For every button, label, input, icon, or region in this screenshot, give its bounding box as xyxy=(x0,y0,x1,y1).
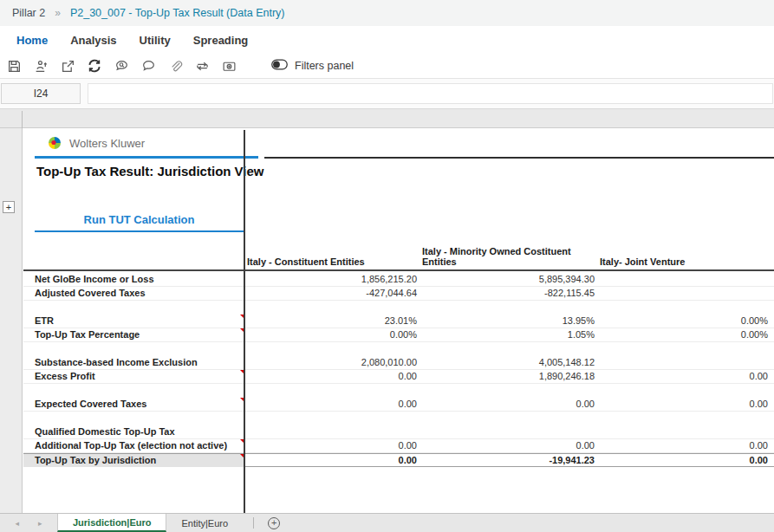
row-label-cell[interactable]: ETR xyxy=(23,315,245,328)
value-cell[interactable]: -427,044.64 xyxy=(245,287,420,300)
value-cell[interactable]: 0.00 xyxy=(420,398,598,411)
refresh-button[interactable] xyxy=(84,56,105,75)
value-cell[interactable] xyxy=(245,384,420,398)
export-button[interactable] xyxy=(57,56,78,75)
sheet-tab-jurisdiction-euro[interactable]: Jurisdiction|Euro xyxy=(57,514,166,532)
comment-search-button[interactable] xyxy=(111,56,132,75)
filters-panel-toggle[interactable]: Filters panel xyxy=(271,59,354,73)
row-label-cell[interactable] xyxy=(23,301,245,315)
column-header[interactable]: Italy - Constituent Entities xyxy=(245,256,420,269)
value-cell[interactable] xyxy=(420,384,598,398)
row-label-cell[interactable]: Adjusted Covered Taxes xyxy=(23,287,245,300)
comment-search-icon xyxy=(114,59,129,74)
row-label-cell[interactable] xyxy=(23,384,245,398)
value-cell[interactable]: 0.00 xyxy=(420,439,598,452)
value-cell[interactable] xyxy=(598,273,774,286)
value-cell[interactable] xyxy=(420,342,598,356)
value-cell[interactable]: 23.01% xyxy=(245,315,420,328)
value-cell[interactable] xyxy=(245,342,420,356)
value-cell[interactable]: 0.00 xyxy=(245,398,420,411)
attachment-button[interactable] xyxy=(165,56,185,75)
value-cell[interactable] xyxy=(598,301,774,315)
sheet-tab-entity-euro[interactable]: Entity|Euro xyxy=(166,514,243,532)
value-cell[interactable]: 0.00 xyxy=(245,454,420,467)
value-cell[interactable] xyxy=(598,342,774,356)
column-header[interactable]: Italy - Minority Owned Costituent Entiti… xyxy=(420,246,592,269)
row-label-cell[interactable]: Expected Covered Taxes xyxy=(23,398,245,411)
camera-button[interactable] xyxy=(218,56,239,75)
row-label-cell[interactable]: Top-Up Tax by Jurisdiction xyxy=(23,454,245,467)
table-row: Top-Up Tax Percentage0.00%1.05%0.00% xyxy=(23,328,774,342)
ribbon-tab-home[interactable]: Home xyxy=(5,34,59,47)
table-body: Net GloBe Income or Loss1,856,215.205,89… xyxy=(23,273,774,467)
camera-icon xyxy=(222,59,237,74)
spreadsheet-area: Wolters Kluwer Top-Up Tax Result: Jurisd… xyxy=(23,128,774,513)
loop-arrows-button[interactable] xyxy=(192,56,212,75)
comment-button[interactable] xyxy=(138,56,159,75)
prev-sheet-icon[interactable]: ◂ xyxy=(15,519,19,528)
value-cell[interactable]: -19,941.23 xyxy=(420,454,598,467)
table-row xyxy=(23,342,774,356)
row-label-cell[interactable] xyxy=(23,412,245,425)
table-row xyxy=(23,384,774,398)
wolters-kluwer-logo-icon xyxy=(48,136,62,150)
value-cell[interactable] xyxy=(420,301,598,315)
value-cell[interactable]: 5,895,394.30 xyxy=(420,273,598,286)
value-cell[interactable] xyxy=(598,384,774,398)
value-cell[interactable]: -822,115.45 xyxy=(420,287,598,300)
table-header-row: Italy - Constituent Entities Italy - Min… xyxy=(23,244,774,271)
publish-icon xyxy=(34,59,49,74)
ribbon-tab-utility[interactable]: Utility xyxy=(128,34,182,47)
row-label-cell[interactable]: Top-Up Tax Percentage xyxy=(23,328,245,341)
next-sheet-icon[interactable]: ▸ xyxy=(38,519,42,528)
value-cell[interactable]: 0.00 xyxy=(245,439,420,452)
value-cell[interactable] xyxy=(245,301,420,315)
value-cell[interactable]: 1,856,215.20 xyxy=(245,273,420,286)
freeze-pane-divider[interactable] xyxy=(244,130,245,513)
value-cell[interactable]: 1,890,246.18 xyxy=(420,370,598,383)
value-cell[interactable] xyxy=(598,425,774,438)
column-header[interactable]: Italy- Joint Venture xyxy=(598,256,774,269)
ribbon-tab-spreading[interactable]: Spreading xyxy=(182,34,260,47)
value-cell[interactable]: 13.95% xyxy=(420,315,598,328)
table-row: Qualified Domestic Top-Up Tax xyxy=(23,425,774,439)
filters-panel-label: Filters panel xyxy=(295,60,354,72)
formula-input[interactable] xyxy=(88,83,773,104)
cell-reference-box[interactable]: I24 xyxy=(1,83,81,104)
value-cell[interactable]: 0.00 xyxy=(245,370,420,383)
value-cell[interactable]: 0.00 xyxy=(598,398,774,411)
corner-cell[interactable] xyxy=(23,267,245,269)
value-cell[interactable]: 0.00% xyxy=(245,328,420,341)
row-label-cell[interactable]: Qualified Domestic Top-Up Tax xyxy=(23,425,245,438)
value-cell[interactable] xyxy=(598,412,774,425)
row-label-cell[interactable]: Substance-based Income Exclusion xyxy=(23,356,245,369)
breadcrumb-current-page[interactable]: P2_30_007 - Top-Up Tax Result (Data Entr… xyxy=(70,7,285,19)
value-cell[interactable] xyxy=(598,356,774,369)
add-sheet-button[interactable]: + xyxy=(268,517,280,529)
breadcrumb-root[interactable]: Pillar 2 xyxy=(12,7,45,19)
row-label-cell[interactable]: Net GloBe Income or Loss xyxy=(23,273,245,286)
ribbon-tab-analysis[interactable]: Analysis xyxy=(59,34,127,47)
value-cell[interactable] xyxy=(245,425,420,438)
row-label-cell[interactable]: Excess Profit xyxy=(23,370,245,383)
breadcrumb-separator: » xyxy=(55,7,61,19)
value-cell[interactable]: 4,005,148.12 xyxy=(420,356,598,369)
value-cell[interactable] xyxy=(420,412,598,425)
row-label-cell[interactable]: Additional Top-Up Tax (election not acti… xyxy=(23,439,245,452)
value-cell[interactable]: 0.00% xyxy=(598,315,774,328)
value-cell[interactable] xyxy=(598,287,774,300)
value-cell[interactable]: 0.00% xyxy=(598,328,774,341)
value-cell[interactable]: 0.00 xyxy=(598,439,774,452)
value-cell[interactable]: 0.00 xyxy=(598,370,774,383)
publish-button[interactable] xyxy=(30,56,51,75)
run-tut-calculation-button[interactable]: Run TUT Calculation xyxy=(35,213,244,226)
value-cell[interactable] xyxy=(420,425,598,438)
value-cell[interactable] xyxy=(245,412,420,425)
value-cell[interactable]: 2,080,010.00 xyxy=(245,356,420,369)
value-cell[interactable]: 0.00 xyxy=(598,454,774,467)
row-label-cell[interactable] xyxy=(23,342,245,356)
value-cell[interactable]: 1.05% xyxy=(420,328,598,341)
outline-expand-button[interactable]: + xyxy=(3,201,15,213)
refresh-icon xyxy=(87,58,102,74)
save-button[interactable] xyxy=(3,56,24,75)
